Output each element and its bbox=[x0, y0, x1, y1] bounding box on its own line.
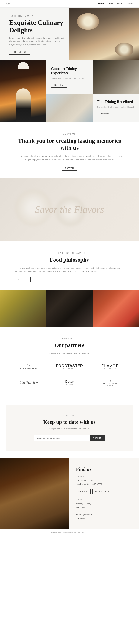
find-us-text: Find us WHERE 676 Pacific C Hwy Huntingt… bbox=[70, 458, 139, 529]
food-image bbox=[46, 94, 93, 122]
hours-weekday: Monday – Friday bbox=[76, 502, 91, 505]
nav-contact[interactable]: Contact bbox=[126, 2, 133, 5]
philosophy-desc: Lorem ipsum dolor sit amet, consectetur … bbox=[15, 266, 124, 273]
partner-best-chef: ♡ THE BEST CHEF bbox=[9, 360, 48, 373]
chef-body-shape bbox=[16, 88, 31, 122]
gourmet-title: Gourmet Dining Experience bbox=[51, 67, 88, 75]
chef-image bbox=[0, 60, 46, 122]
food-plate-decoration-2 bbox=[115, 42, 133, 56]
foodtaster-text: FOODTASTER bbox=[56, 364, 83, 368]
partners-section: WORK WITH Our partners Sample text. Clic… bbox=[0, 327, 139, 398]
find-us-address: 676 Pacific C Hwy Huntington Beach, CA 0… bbox=[76, 479, 132, 486]
hours-weekend: Saturday/Sunday bbox=[76, 514, 92, 516]
partner-best-chef-name: THE BEST CHEF bbox=[20, 368, 38, 370]
chef-icon: ♡ bbox=[27, 363, 30, 368]
about-title: Thank you for creating lasting memories … bbox=[15, 137, 124, 152]
map-table-buttons: VIEW MAP BOOK A TABLE bbox=[76, 489, 132, 494]
find-us-image bbox=[0, 458, 70, 529]
view-map-button[interactable]: VIEW MAP bbox=[76, 489, 91, 494]
food-image-1 bbox=[0, 290, 46, 327]
blurred-text: Savor the Flavors bbox=[35, 204, 104, 215]
hero-tagline: TASTE THE LUXURY bbox=[9, 15, 64, 17]
food-travel-icon: ✦ bbox=[109, 379, 111, 382]
footer: Sample text. Click to select the Text El… bbox=[0, 529, 139, 536]
email-input[interactable] bbox=[35, 436, 90, 441]
find-us-where-label: WHERE bbox=[76, 476, 132, 478]
philosophy-title: Food philosophy bbox=[15, 256, 124, 263]
gourmet-desc: Sample text. Click to select the Text El… bbox=[51, 77, 88, 80]
book-table-button[interactable]: BOOK A TABLE bbox=[92, 489, 111, 494]
about-desc: Lorem ipsum dolor sit amet, consectetur … bbox=[15, 154, 124, 162]
dining-grid: Gourmet Dining Experience Sample text. C… bbox=[0, 60, 139, 122]
address-line-1: 676 Pacific C Hwy bbox=[76, 480, 92, 482]
submit-button[interactable]: SUBMIT bbox=[90, 436, 104, 441]
email-form: SUBMIT bbox=[34, 435, 105, 442]
fine-dining-button[interactable]: BUTTON bbox=[97, 111, 113, 116]
blurred-food-section: Savor the Flavors bbox=[0, 178, 139, 241]
nav-menu[interactable]: Menu bbox=[117, 2, 122, 5]
philosophy-section: ELEGANT CUISINE AWAITS Food philosophy L… bbox=[0, 241, 139, 290]
blurred-overlay: Savor the Flavors bbox=[0, 178, 139, 241]
subscribe-section: SUBSCRIBE Keep up to date with us Sample… bbox=[6, 406, 133, 450]
partners-title: Our partners bbox=[9, 342, 130, 348]
flavor-sub: CALIFORNIA bbox=[104, 368, 116, 370]
nav-about[interactable]: About bbox=[108, 2, 113, 5]
dishes-image bbox=[93, 60, 139, 94]
subscribe-title: Keep up to date with us bbox=[13, 419, 126, 425]
gourmet-button[interactable]: BUTTON bbox=[51, 82, 67, 88]
partner-culinaire: Culinaire bbox=[9, 377, 48, 388]
partner-food-travel: ✦ FOOD & TRAVEL SHOW bbox=[91, 376, 130, 389]
hero-section: TASTE THE LUXURY Exquisite Culinary Deli… bbox=[0, 8, 139, 60]
flavor-text: FLAVOR bbox=[101, 364, 119, 368]
partner-flavor: FLAVOR CALIFORNIA bbox=[91, 361, 130, 372]
fine-dining-text: Fine Dining Redefined Sample text. Click… bbox=[93, 94, 139, 122]
partners-label: WORK WITH bbox=[9, 338, 130, 340]
navbar: logo Home About Menu Contact bbox=[0, 0, 139, 8]
philosophy-button[interactable]: BUTTON bbox=[15, 277, 31, 282]
hero-title: Exquisite Culinary Delights bbox=[9, 19, 64, 34]
hero-desc: Lorem ipsum dolor sit amet, consectetur … bbox=[9, 36, 64, 46]
hours-weekday-time: 7am – 6pm bbox=[76, 506, 86, 508]
hero-text: TASTE THE LUXURY Exquisite Culinary Deli… bbox=[0, 8, 70, 60]
subscribe-label: SUBSCRIBE bbox=[13, 415, 126, 417]
logo: logo bbox=[6, 2, 10, 5]
find-us-section: Find us WHERE 676 Pacific C Hwy Huntingt… bbox=[0, 458, 139, 529]
nav-links: Home About Menu Contact bbox=[98, 2, 133, 5]
nav-home[interactable]: Home bbox=[98, 2, 104, 5]
footer-text: Sample text. Click to select the Text El… bbox=[6, 532, 133, 534]
culinaire-text: Culinaire bbox=[20, 380, 38, 386]
hours-weekend-time: 8am – 6pm bbox=[76, 517, 86, 520]
food-images-grid bbox=[0, 290, 139, 327]
partners-desc: Sample text. Click to select the Text El… bbox=[9, 352, 130, 355]
eater-text: Eater bbox=[65, 380, 74, 384]
about-button[interactable]: BUTTON bbox=[62, 166, 77, 171]
about-section: ABOUT US Thank you for creating lasting … bbox=[0, 122, 139, 178]
find-us-title: Find us bbox=[76, 466, 132, 472]
partner-foodtaster: FOODTASTER CALIFORNIA bbox=[50, 361, 89, 372]
chef-hat-shape bbox=[18, 62, 29, 70]
hero-cta-button[interactable]: CONTACT US bbox=[9, 50, 30, 54]
food-travel-sub: SHOW bbox=[107, 384, 113, 386]
food-travel-text: FOOD & TRAVEL bbox=[103, 382, 117, 384]
eater-sub: Maddie bbox=[66, 384, 73, 386]
hero-image bbox=[70, 8, 139, 60]
address-line-2: Huntington Beach, CA 07898 bbox=[76, 483, 102, 485]
subscribe-desc: Sample text. Click to select the Text El… bbox=[13, 427, 126, 430]
foodtaster-sub: CALIFORNIA bbox=[63, 368, 76, 370]
partner-eater: Eater Maddie bbox=[50, 377, 89, 388]
food-plate-decoration-1 bbox=[77, 13, 99, 30]
partners-logo-grid: ♡ THE BEST CHEF FOODTASTER CALIFORNIA FL… bbox=[9, 360, 130, 389]
food-image-3 bbox=[93, 290, 139, 327]
fine-dining-title: Fine Dining Redefined bbox=[97, 100, 134, 104]
gourmet-text: Gourmet Dining Experience Sample text. C… bbox=[46, 60, 93, 94]
food-image-2 bbox=[46, 290, 93, 327]
about-label: ABOUT US bbox=[15, 133, 124, 135]
philosophy-label: ELEGANT CUISINE AWAITS bbox=[15, 252, 124, 254]
find-us-hours: Monday – Friday 7am – 6pm Saturday/Sunda… bbox=[76, 502, 132, 520]
find-us-when-label: WHEN bbox=[76, 499, 132, 500]
fine-dining-desc: Sample text. Click to select the Text El… bbox=[97, 106, 134, 108]
